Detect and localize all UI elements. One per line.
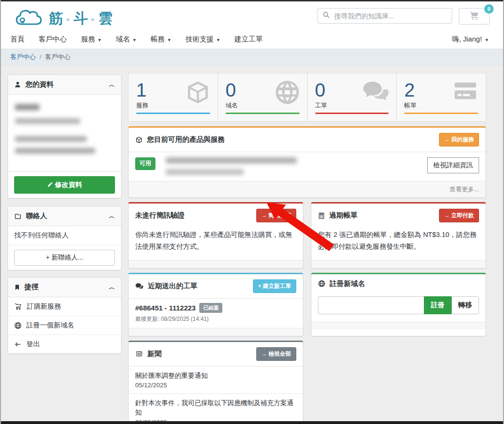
breadcrumb: 客戶中心 / 客戶中心 bbox=[1, 49, 503, 65]
chevron-down-icon: ▼ bbox=[216, 38, 220, 42]
stat-domains[interactable]: 0 域名 bbox=[218, 73, 307, 121]
chevron-up-icon[interactable]: ︿ bbox=[109, 81, 115, 89]
nav-billing[interactable]: 帳務▼ bbox=[151, 35, 171, 44]
news-item-date: 05/12/2025 bbox=[135, 382, 296, 389]
sms-warning-body: 你尚未進行簡訊驗證，某些產品可能無法購買，或無法使用某些支付方式。 bbox=[129, 228, 303, 260]
stat-invoices[interactable]: 2 帳單 bbox=[396, 73, 486, 121]
news-item[interactable]: 關於匯率調整的重要通知 05/12/2025 bbox=[129, 366, 303, 393]
site-logo[interactable]: 筋▹斗▹雲 bbox=[14, 8, 113, 29]
breadcrumb-current: 客戶中心 bbox=[45, 53, 71, 61]
cart-count-badge: 0 bbox=[484, 4, 494, 14]
panel-footer-strip bbox=[311, 260, 486, 268]
comments-icon bbox=[362, 79, 390, 106]
cloud-logo-icon bbox=[14, 8, 44, 29]
comments-icon bbox=[135, 283, 144, 290]
globe-icon bbox=[318, 280, 325, 287]
contacts-empty-text: 找不到任何聯絡人 bbox=[8, 226, 121, 245]
shortcuts-panel-title: 捷徑 bbox=[24, 283, 39, 292]
window-bottom-edge bbox=[1, 421, 503, 424]
cart-button[interactable]: 0 bbox=[459, 8, 490, 24]
sms-verify-button[interactable]: → 簡訊驗證 bbox=[256, 209, 296, 222]
chevron-up-icon[interactable]: ︿ bbox=[109, 283, 115, 292]
chevron-up-icon[interactable]: ︿ bbox=[109, 212, 115, 220]
nav-domains[interactable]: 域名▼ bbox=[116, 35, 137, 44]
register-domain-title: 註冊新域名 bbox=[330, 279, 365, 288]
open-new-ticket-button[interactable]: + 建立新工單 bbox=[253, 279, 296, 293]
calculator-icon bbox=[318, 212, 325, 220]
logo-separator-icon: ▹ bbox=[92, 16, 96, 23]
credit-card-icon bbox=[452, 79, 479, 106]
chevron-down-icon: ▼ bbox=[167, 38, 171, 42]
contacts-panel-title: 聯絡人 bbox=[26, 212, 47, 220]
ticket-id: #686451 - 1112223 bbox=[135, 304, 195, 312]
domain-register-button[interactable]: 註冊 bbox=[424, 296, 452, 314]
client-portal-page: 筋▹斗▹雲 0 首頁 bbox=[0, 0, 504, 424]
box-icon bbox=[185, 79, 211, 107]
news-panel: 新聞 → 檢視全部 關於匯率調整的重要通知 05/12/2025 針對本次事件，… bbox=[128, 341, 303, 424]
stat-tickets-underline bbox=[315, 113, 389, 114]
panel-footer-strip bbox=[129, 260, 303, 268]
chevron-down-icon: ▼ bbox=[98, 38, 102, 42]
user-menu[interactable]: 嗨, Jiang!▼ bbox=[452, 35, 489, 44]
logo-separator-icon: ▹ bbox=[67, 16, 71, 23]
globe-icon bbox=[14, 322, 22, 329]
recent-tickets-title: 近期送出的工單 bbox=[148, 282, 197, 291]
folder-icon bbox=[14, 213, 22, 220]
stat-services-underline bbox=[136, 113, 210, 114]
profile-panel: 您的資料 ︿ 修改資料 bbox=[8, 74, 122, 198]
nav-client-area[interactable]: 客戶中心 bbox=[39, 35, 67, 44]
view-details-button[interactable]: 檢視詳細資訊 bbox=[427, 157, 479, 173]
stat-invoices-underline bbox=[404, 113, 478, 114]
window-top-edge bbox=[1, 0, 503, 1]
nav-support[interactable]: 技術支援▼ bbox=[186, 35, 220, 44]
nav-services[interactable]: 服務▼ bbox=[81, 35, 102, 44]
my-services-button[interactable]: → 我的服務 bbox=[439, 133, 479, 147]
domain-transfer-button[interactable]: 轉移 bbox=[452, 296, 479, 314]
nav-open-ticket[interactable]: 建立工單 bbox=[235, 35, 263, 44]
sidebar: 您的資料 ︿ 修改資料 bbox=[8, 74, 122, 361]
overdue-title: 過期帳單 bbox=[329, 211, 358, 220]
logo-text: 筋▹斗▹雲 bbox=[49, 9, 113, 28]
stat-services[interactable]: 1 服務 bbox=[129, 73, 218, 121]
register-domain-panel: 註冊新域名 註冊 轉移 bbox=[311, 273, 486, 336]
chevron-down-icon: ▼ bbox=[485, 38, 489, 42]
site-header: 筋▹斗▹雲 0 首頁 bbox=[1, 1, 503, 49]
breadcrumb-separator: / bbox=[40, 53, 41, 60]
arrow-left-icon bbox=[14, 341, 22, 348]
cart-icon bbox=[469, 11, 480, 22]
ticket-row[interactable]: #686451 - 1112223 已結案 最後更新: 08/29/2025 (… bbox=[129, 298, 303, 328]
bookmark-icon bbox=[14, 284, 20, 291]
globe-icon bbox=[274, 79, 301, 107]
chevron-down-icon: ▼ bbox=[132, 38, 137, 42]
product-redacted-name bbox=[166, 157, 297, 175]
recent-tickets-panel: 近期送出的工單 + 建立新工單 #686451 - 1112223 已結案 最後… bbox=[128, 273, 303, 336]
profile-panel-title: 您的資料 bbox=[25, 80, 54, 89]
panel-footer-strip bbox=[311, 322, 486, 330]
knowledgebase-search bbox=[317, 8, 452, 24]
see-more-link[interactable]: 查看更多... bbox=[129, 181, 486, 197]
stat-domains-underline bbox=[226, 113, 300, 114]
sms-warning-panel: 未進行簡訊驗證 → 簡訊驗證 你尚未進行簡訊驗證，某些產品可能無法購買，或無法使… bbox=[128, 202, 303, 269]
person-icon bbox=[14, 81, 21, 88]
product-row: 可用 檢視詳細資訊 bbox=[129, 152, 486, 181]
nav-home[interactable]: 首頁 bbox=[10, 35, 24, 44]
edit-profile-button[interactable]: 修改資料 bbox=[14, 176, 115, 194]
search-input[interactable] bbox=[334, 12, 447, 20]
view-all-news-button[interactable]: → 檢視全部 bbox=[256, 347, 296, 361]
sms-warning-title: 未進行簡訊驗證 bbox=[135, 211, 185, 220]
news-item[interactable]: 針對本次事件，我司已採取以下因應機制及補充方案通知 03/05/2025 bbox=[129, 393, 303, 424]
pay-now-button[interactable]: → 立即付款 bbox=[439, 209, 479, 222]
profile-redacted-info bbox=[8, 95, 121, 171]
shortcut-order-service[interactable]: 訂購新服務 bbox=[8, 297, 121, 316]
newspaper-icon bbox=[135, 351, 143, 357]
pencil-icon bbox=[47, 181, 53, 189]
breadcrumb-link[interactable]: 客戶中心 bbox=[10, 53, 36, 61]
shortcut-register-domain[interactable]: 註冊一個新域名 bbox=[8, 316, 121, 335]
shortcut-logout[interactable]: 登出 bbox=[8, 335, 121, 353]
domain-search-input[interactable] bbox=[318, 296, 424, 314]
stats-row: 1 服務 0 域名 0 工單 bbox=[128, 73, 486, 122]
search-icon bbox=[323, 11, 330, 20]
new-contact-button[interactable]: + 新聯絡人... bbox=[14, 250, 115, 266]
stat-tickets[interactable]: 0 工單 bbox=[307, 73, 397, 121]
products-panel: 您目前可用的產品與服務 → 我的服務 可用 檢視詳細資訊 查看更多... bbox=[128, 126, 486, 198]
